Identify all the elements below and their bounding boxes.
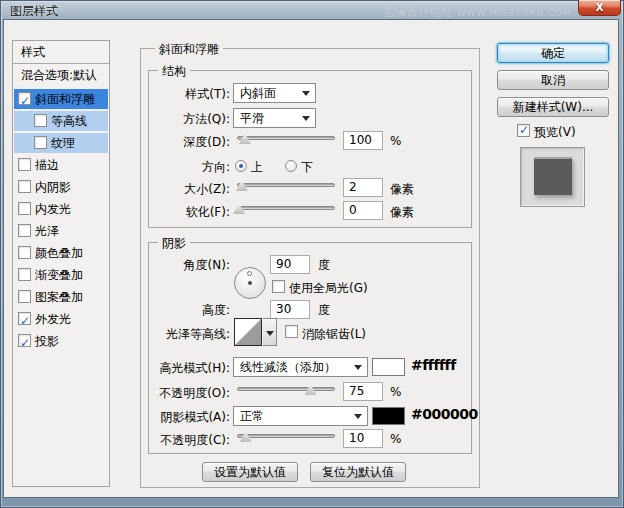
slider-track[interactable] xyxy=(237,136,335,140)
stroke-checkbox[interactable] xyxy=(18,158,31,171)
shadow-opacity-slider[interactable] xyxy=(237,430,335,443)
shadow-mode-dropdown[interactable]: 正常 xyxy=(233,406,368,426)
altitude-unit: 度 xyxy=(318,302,330,319)
slider-track[interactable] xyxy=(237,434,335,438)
satin-checkbox[interactable] xyxy=(18,224,31,237)
angle-dial[interactable] xyxy=(234,267,266,299)
altitude-input[interactable]: 30 xyxy=(270,300,310,319)
drop-shadow-checkbox[interactable] xyxy=(18,334,31,347)
set-default-button[interactable]: 设置为默认值 xyxy=(202,462,298,482)
divider xyxy=(13,63,109,64)
layer-style-dialog: 图层样式 思缘设计论坛 WWW.MISSYUAN.COM X 样式 混合选项:默… xyxy=(0,0,624,508)
shading-legend: 阴影 xyxy=(158,235,190,252)
technique-dropdown[interactable]: 平滑 xyxy=(233,108,316,128)
panel-title: 斜面和浮雕 xyxy=(155,41,223,58)
ok-button[interactable]: 确定 xyxy=(497,43,609,63)
soften-label: 软化(F): xyxy=(120,204,230,221)
reset-default-button[interactable]: 复位为默认值 xyxy=(310,462,406,482)
depth-input[interactable]: 100 xyxy=(343,131,383,150)
soften-input[interactable]: 0 xyxy=(343,201,383,220)
sidebar-item-inner-shadow[interactable]: 内阴影 xyxy=(14,177,108,197)
styles-list: 样式 混合选项:默认 斜面和浮雕 等高线 纹理 描边 xyxy=(12,40,110,487)
bevel-emboss-checkbox[interactable] xyxy=(18,92,31,105)
direction-label: 方向: xyxy=(120,159,230,176)
sidebar-item-color-overlay[interactable]: 颜色叠加 xyxy=(14,243,108,263)
highlight-mode-dropdown[interactable]: 线性减淡（添加） xyxy=(233,357,368,377)
angle-unit: 度 xyxy=(318,257,330,274)
sidebar-item-contour[interactable]: 等高线 xyxy=(14,111,108,131)
style-preview-thumbnail xyxy=(534,157,572,195)
depth-slider[interactable] xyxy=(237,132,335,145)
sidebar-item-inner-glow[interactable]: 内发光 xyxy=(14,199,108,219)
dialog-client-area: 样式 混合选项:默认 斜面和浮雕 等高线 纹理 描边 xyxy=(4,20,618,497)
sidebar-item-blending-options[interactable]: 混合选项:默认 xyxy=(14,65,108,85)
gloss-contour-picker[interactable] xyxy=(234,318,262,346)
highlight-opacity-label: 不透明度(O): xyxy=(120,385,230,402)
highlight-color-swatch[interactable] xyxy=(372,358,405,376)
chevron-down-icon xyxy=(354,365,362,374)
sidebar-item-bevel-emboss[interactable]: 斜面和浮雕 xyxy=(14,89,108,109)
contour-checkbox[interactable] xyxy=(34,114,47,127)
size-unit: 像素 xyxy=(390,181,414,198)
direction-up-label[interactable]: 上 xyxy=(251,159,263,176)
structure-legend: 结构 xyxy=(158,63,190,80)
highlight-opacity-slider[interactable] xyxy=(237,383,335,396)
close-icon: X xyxy=(596,2,604,13)
sidebar-item-satin[interactable]: 光泽 xyxy=(14,221,108,241)
direction-up-radio[interactable] xyxy=(235,160,247,172)
sidebar-item-gradient-overlay[interactable]: 渐变叠加 xyxy=(14,265,108,285)
chevron-down-icon xyxy=(302,91,310,100)
anti-alias-label[interactable]: 消除锯齿(L) xyxy=(302,326,366,343)
chevron-down-icon xyxy=(354,414,362,423)
highlight-mode-label: 高光模式(H): xyxy=(120,360,230,377)
new-style-button[interactable]: 新建样式(W)... xyxy=(497,97,609,117)
inner-shadow-checkbox[interactable] xyxy=(18,180,31,193)
angle-label: 角度(N): xyxy=(120,257,230,274)
sidebar-item-pattern-overlay[interactable]: 图案叠加 xyxy=(14,287,108,307)
sidebar-item-texture[interactable]: 纹理 xyxy=(14,133,108,153)
styles-header: 样式 xyxy=(13,41,109,63)
soften-unit: 像素 xyxy=(390,204,414,221)
angle-dial-pointer[interactable] xyxy=(247,271,252,276)
use-global-light-label[interactable]: 使用全局光(G) xyxy=(289,280,368,297)
shadow-opacity-input[interactable]: 10 xyxy=(343,429,383,448)
direction-down-label[interactable]: 下 xyxy=(301,159,313,176)
slider-track[interactable] xyxy=(237,206,335,210)
gloss-contour-dropdown-arrow[interactable] xyxy=(263,318,277,346)
style-label: 样式(T): xyxy=(120,86,230,103)
shadow-color-swatch[interactable] xyxy=(372,407,405,425)
direction-down-radio[interactable] xyxy=(285,160,297,172)
titlebar[interactable]: 图层样式 思缘设计论坛 WWW.MISSYUAN.COM X xyxy=(0,0,624,20)
size-slider[interactable] xyxy=(237,179,335,192)
slider-track[interactable] xyxy=(237,183,335,187)
soften-slider[interactable] xyxy=(237,202,335,215)
size-label: 大小(Z): xyxy=(120,181,230,198)
outer-glow-checkbox[interactable] xyxy=(18,312,31,325)
inner-glow-checkbox[interactable] xyxy=(18,202,31,215)
highlight-opacity-input[interactable]: 75 xyxy=(343,382,383,401)
pattern-overlay-checkbox[interactable] xyxy=(18,290,31,303)
color-overlay-checkbox[interactable] xyxy=(18,246,31,259)
preview-label[interactable]: 预览(V) xyxy=(534,124,576,141)
anti-alias-checkbox[interactable] xyxy=(285,325,298,338)
style-dropdown[interactable]: 内斜面 xyxy=(233,83,316,103)
preview-checkbox[interactable] xyxy=(517,124,530,137)
angle-input[interactable]: 90 xyxy=(270,255,310,274)
texture-checkbox[interactable] xyxy=(34,136,47,149)
shadow-hex-annotation: #000000 xyxy=(411,406,478,422)
use-global-light-checkbox[interactable] xyxy=(272,280,285,293)
slider-track[interactable] xyxy=(237,387,335,391)
size-input[interactable]: 2 xyxy=(343,178,383,197)
chevron-down-icon xyxy=(302,116,310,125)
sidebar-item-stroke[interactable]: 描边 xyxy=(14,155,108,175)
sidebar-item-outer-glow[interactable]: 外发光 xyxy=(14,309,108,329)
watermark: 思缘设计论坛 WWW.MISSYUAN.COM xyxy=(384,5,572,20)
sidebar-item-drop-shadow[interactable]: 投影 xyxy=(14,331,108,351)
highlight-opacity-unit: % xyxy=(390,385,401,399)
gradient-overlay-checkbox[interactable] xyxy=(18,268,31,281)
watermark-cn: 思缘设计论坛 xyxy=(384,6,453,19)
highlight-hex-annotation: #ffffff xyxy=(411,357,456,373)
cancel-button[interactable]: 取消 xyxy=(497,70,609,90)
watermark-url: WWW.MISSYUAN.COM xyxy=(457,8,572,18)
close-button[interactable]: X xyxy=(578,0,621,16)
